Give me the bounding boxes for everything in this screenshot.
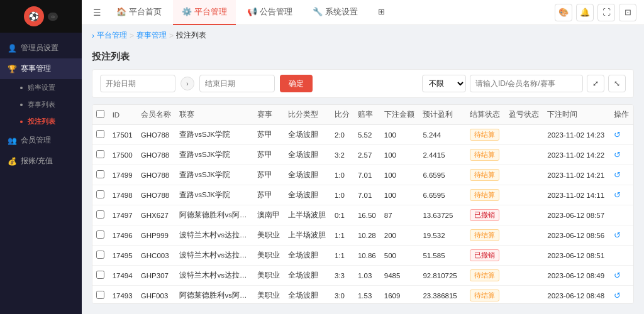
- cell-match-type: 苏甲: [253, 145, 284, 165]
- cell-checkbox: [92, 205, 109, 225]
- topnav-btn-4[interactable]: ⊡: [619, 4, 636, 21]
- confirm-button[interactable]: 确定: [280, 75, 313, 92]
- row-checkbox[interactable]: [96, 230, 104, 239]
- col-checkbox: [92, 105, 109, 125]
- table-row: 17494 GHP307 波特兰木村vs达拉斯FC 美职业 全场波胆 3:3 1…: [92, 266, 633, 286]
- breadcrumb-arrow: ›: [92, 31, 94, 40]
- cell-member: GHC003: [137, 246, 176, 266]
- cell-match-type: 美职业: [253, 286, 284, 305]
- cell-checkbox: [92, 225, 109, 246]
- action-btn[interactable]: ↺: [614, 150, 621, 160]
- col-time: 下注时间: [543, 105, 610, 125]
- col-action: 操作: [610, 105, 633, 125]
- sidebar-item-match[interactable]: 🏆 赛事管理: [0, 58, 82, 79]
- cell-odds: 1.03: [354, 266, 380, 286]
- cell-profit: 23.386815: [419, 286, 466, 305]
- sidebar-item-finance[interactable]: 💰 报账/充值: [0, 151, 82, 171]
- sidebar-menu: 👤 管理员设置 🏆 赛事管理 赔率设置 赛事列表 投注列表 👥: [0, 33, 82, 314]
- cell-time: 2023-06-12 08:48: [543, 286, 610, 305]
- cell-league: 波特兰木村vs达拉斯FC: [175, 266, 253, 286]
- table-row: 17497 GHX627 阿德莱德胜利vs阿德莱德猎蛇 澳南甲 上半场波胆 0:…: [92, 205, 633, 225]
- topnav-btn-2[interactable]: 🔔: [576, 4, 594, 21]
- cell-id: 17499: [109, 165, 137, 185]
- row-checkbox[interactable]: [96, 170, 104, 178]
- cell-checkbox: [92, 286, 109, 305]
- hamburger-icon[interactable]: ☰: [89, 5, 105, 20]
- tab-announcement[interactable]: 📢 公告管理: [238, 0, 301, 25]
- tab-grid[interactable]: ⊞: [369, 0, 394, 25]
- arrow-btn[interactable]: ›: [180, 77, 194, 90]
- breadcrumb-platform[interactable]: 平台管理: [97, 30, 127, 41]
- col-match: 赛事: [253, 105, 284, 125]
- sidebar-item-admin[interactable]: 👤 管理员设置: [0, 38, 82, 58]
- tab-home[interactable]: 🏠 平台首页: [108, 0, 170, 25]
- action-btn[interactable]: ↺: [614, 190, 621, 200]
- row-checkbox[interactable]: [96, 251, 104, 259]
- breadcrumb-match[interactable]: 赛事管理: [136, 30, 167, 41]
- col-odds: 赔率: [354, 105, 380, 125]
- row-checkbox[interactable]: [96, 150, 104, 158]
- cell-pnl: [505, 185, 544, 205]
- table-row: 17493 GHF003 阿德莱德胜利vs阿德莱德猎蛇 美职业 全场波胆 3:0…: [92, 286, 633, 305]
- collapse-icon[interactable]: ⤢: [587, 75, 604, 92]
- cell-bet-type: 全场波胆: [284, 286, 331, 305]
- search-input[interactable]: [470, 75, 583, 92]
- match-icon: 🏆: [8, 65, 17, 73]
- table-row: 17500 GHO788 查路vsSJK学院 苏甲 全场波胆 3:2 2.57 …: [92, 145, 633, 165]
- cell-score: 0:1: [331, 205, 354, 225]
- cell-league: 查路vsSJK学院: [175, 165, 253, 185]
- row-checkbox[interactable]: [96, 291, 104, 299]
- table-row: 17495 GHC003 波特兰木村vs达拉斯FC 美职业 全场波胆 1:1 1…: [92, 246, 633, 266]
- cell-amount: 100: [380, 145, 419, 165]
- action-btn[interactable]: ↺: [614, 170, 621, 180]
- expand-icon[interactable]: ⤡: [608, 75, 626, 92]
- cell-bet-type: 全场波胆: [284, 266, 331, 286]
- cell-bet-type: 全场波胆: [284, 125, 331, 145]
- cell-id: 17497: [109, 205, 137, 225]
- topnav-btn-1[interactable]: 🎨: [555, 4, 572, 21]
- grid-icon: ⊞: [378, 7, 385, 16]
- row-checkbox[interactable]: [96, 190, 104, 198]
- sidebar-item-betlist[interactable]: 投注列表: [13, 113, 82, 130]
- cell-member: GHO788: [137, 145, 176, 165]
- cell-id: 17498: [109, 185, 137, 205]
- sidebar-item-odds[interactable]: 赔率设置: [13, 79, 82, 96]
- action-btn[interactable]: ↺: [614, 230, 621, 240]
- row-checkbox[interactable]: [96, 210, 104, 219]
- cell-amount: 500: [380, 246, 419, 266]
- action-btn[interactable]: ↺: [614, 130, 621, 139]
- cell-action: ↺: [610, 266, 633, 286]
- cell-bet-type: 上半场波胆: [284, 205, 331, 225]
- table-row: 17499 GHO788 查路vsSJK学院 苏甲 全场波胆 1:0 7.01 …: [92, 165, 633, 185]
- tab-system[interactable]: 🔧 系统设置: [304, 0, 367, 25]
- cell-time: 2023-11-02 14:22: [543, 145, 610, 165]
- cell-member: GHO788: [137, 165, 176, 185]
- col-member: 会员名称: [137, 105, 176, 125]
- sidebar-item-matchlist[interactable]: 赛事列表: [13, 96, 82, 113]
- cell-profit: 13.63725: [419, 205, 466, 225]
- cell-pnl: [505, 266, 544, 286]
- cell-action: ↺: [610, 125, 633, 145]
- action-btn[interactable]: ↺: [614, 291, 621, 300]
- topnav-btn-3[interactable]: ⛶: [597, 4, 615, 21]
- cell-league: 查路vsSJK学院: [175, 185, 253, 205]
- select-all-checkbox[interactable]: [96, 110, 104, 118]
- status-select[interactable]: 不限 待结算 已撤销 已结算: [422, 75, 466, 92]
- row-checkbox[interactable]: [96, 130, 104, 138]
- cell-settle: 待结算: [466, 185, 505, 205]
- cell-pnl: [505, 286, 544, 305]
- action-btn[interactable]: ↺: [614, 271, 621, 280]
- bet-table: ID 会员名称 联赛 赛事 比分类型 比分 赔率 下注金额 预计盈利 结算状态 …: [92, 105, 633, 304]
- cell-score: 1:0: [331, 185, 354, 205]
- tab-platform[interactable]: ⚙️ 平台管理: [173, 0, 236, 25]
- cell-checkbox: [92, 145, 109, 165]
- start-date-input[interactable]: [100, 75, 175, 92]
- end-date-input[interactable]: [199, 75, 275, 92]
- row-checkbox[interactable]: [96, 271, 104, 279]
- sidebar-item-member[interactable]: 👥 会员管理: [0, 130, 82, 151]
- table-row: 17501 GHO788 查路vsSJK学院 苏甲 全场波胆 2:0 5.52 …: [92, 125, 633, 145]
- cell-league: 波特兰木村vs达拉斯FC: [175, 246, 253, 266]
- table-row: 17498 GHO788 查路vsSJK学院 苏甲 全场波胆 1:0 7.01 …: [92, 185, 633, 205]
- cell-settle: 待结算: [466, 286, 505, 305]
- sidebar-item-match-label: 赛事管理: [21, 63, 51, 74]
